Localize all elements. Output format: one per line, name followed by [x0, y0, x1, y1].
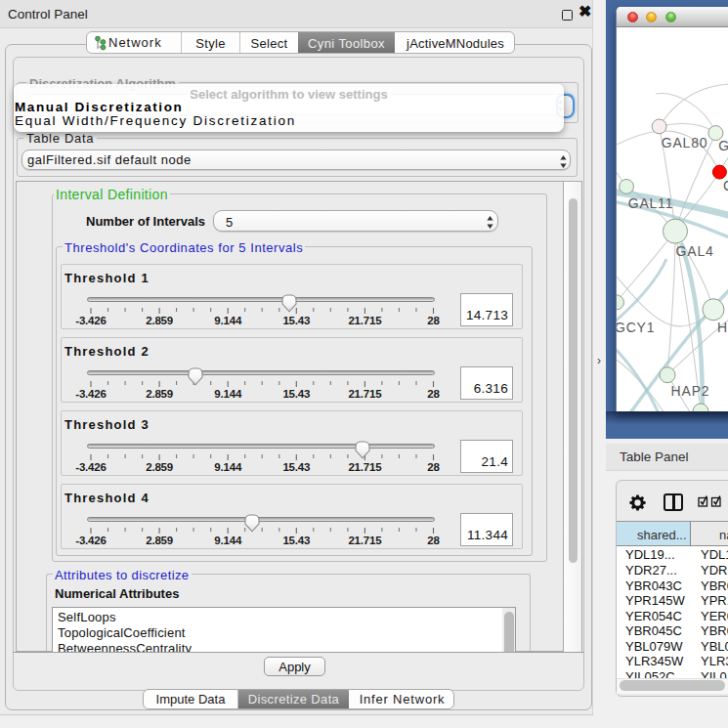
svg-text:HAP2: HAP2 [671, 383, 710, 399]
svg-text:GAL80: GAL80 [662, 135, 708, 150]
svg-text:C: C [723, 178, 728, 193]
svg-text:GAL11: GAL11 [628, 195, 674, 211]
svg-text:G.: G. [718, 138, 728, 153]
svg-text:GAL4: GAL4 [676, 243, 714, 259]
svg-text:H: H [717, 320, 728, 335]
svg-text:GCY1: GCY1 [617, 320, 655, 335]
